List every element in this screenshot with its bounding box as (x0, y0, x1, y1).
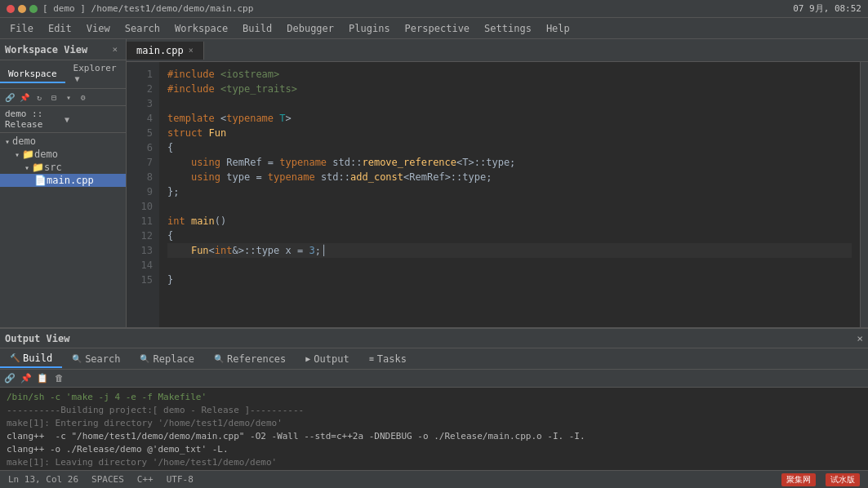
editor-tabs: main.cpp × (127, 39, 868, 62)
output-line-3: make[1]: Entering directory '/home/test1… (7, 417, 861, 430)
expand-icon: ▾ (15, 150, 20, 159)
output-close-button[interactable]: × (857, 332, 863, 344)
workspace-view-header: Workspace View × (0, 39, 126, 60)
cursor-position: Ln 13, Col 26 (8, 474, 78, 485)
tree-item-demo-root[interactable]: ▾ demo (0, 135, 126, 148)
project-name: demo :: Release (5, 109, 61, 130)
ws-tool-filter[interactable]: ▾ (62, 91, 75, 104)
workspace-view-close[interactable]: × (109, 42, 121, 56)
out-tab-references[interactable]: 🔍 References (204, 351, 296, 367)
expand-icon: ▾ (24, 163, 29, 172)
workspace-tabs: Workspace Explorer ▼ (0, 60, 126, 89)
tree-item-label: src (44, 162, 62, 173)
out-tab-output[interactable]: ▶ Output (296, 351, 358, 367)
file-icon: 📄 (34, 175, 47, 186)
title-bar: [ demo ] /home/test1/demo/demo/main.cpp … (0, 0, 868, 18)
tab-explorer[interactable]: Explorer ▼ (65, 60, 126, 88)
out-tool-copy[interactable]: 📋 (36, 372, 49, 385)
out-tab-search[interactable]: 🔍 Search (62, 351, 130, 367)
menu-bar: File Edit View Search Workspace Build De… (0, 18, 868, 39)
line-numbers: 12345 678910 1112131415 (127, 62, 159, 327)
out-tool-clear[interactable]: 🗑 (52, 372, 65, 385)
out-tab-build[interactable]: 🔨 Build (0, 350, 62, 368)
menu-view[interactable]: View (80, 21, 117, 36)
ws-tool-collapse[interactable]: ⊟ (47, 91, 60, 104)
bottom-panel: Output View × 🔨 Build 🔍 Search 🔍 Replace… (0, 327, 868, 470)
tree-item-demo-folder[interactable]: ▾ 📁 demo (0, 148, 126, 161)
status-right: 聚集网 试水版 (781, 473, 860, 486)
project-dropdown-arrow: ▼ (65, 115, 121, 124)
output-line-6: make[1]: Leaving directory '/home/test1/… (7, 456, 861, 469)
out-tab-tasks[interactable]: ≡ Tasks (359, 351, 416, 367)
left-panel: Workspace View × Workspace Explorer ▼ 🔗 … (0, 39, 127, 327)
watermark1: 聚集网 (781, 473, 816, 486)
tasks-icon: ≡ (369, 354, 374, 363)
ws-tool-settings[interactable]: ⚙ (77, 91, 90, 104)
output-content: /bin/sh -c 'make -j 4 -e -f Makefile' --… (0, 388, 868, 470)
code-editor[interactable]: 12345 678910 1112131415 #include <iostre… (127, 62, 868, 327)
menu-search[interactable]: Search (118, 21, 167, 36)
output-header: Output View × (0, 329, 868, 348)
workspace-view-title: Workspace View (5, 44, 87, 55)
out-tab-replace[interactable]: 🔍 Replace (130, 351, 204, 367)
tree-item-label: demo (12, 135, 36, 147)
status-bar: Ln 13, Col 26 SPACES C++ UTF-8 聚集网 试水版 (0, 470, 868, 488)
maximize-dot[interactable] (29, 5, 38, 13)
out-tab-tasks-label: Tasks (377, 353, 407, 365)
editor-tab-label: main.cpp (136, 45, 184, 56)
title-bar-time: 07 9月, 08:52 (793, 2, 861, 15)
status-left: Ln 13, Col 26 SPACES C++ UTF-8 (8, 474, 194, 485)
menu-perspective[interactable]: Perspective (398, 21, 476, 36)
file-tree: ▾ demo ▾ 📁 demo ▾ 📁 src 📄 main.cpp (0, 133, 126, 327)
right-scrollbar[interactable] (860, 62, 868, 327)
window-controls[interactable] (7, 5, 38, 13)
menu-help[interactable]: Help (540, 21, 576, 36)
menu-settings[interactable]: Settings (478, 21, 538, 36)
title-bar-text: [ demo ] /home/test1/demo/demo/main.cpp (42, 3, 253, 14)
replace-icon: 🔍 (140, 354, 149, 363)
ws-toolbar: 🔗 📌 ↻ ⊟ ▾ ⚙ (0, 89, 126, 106)
output-line-5: clang++ -o ./Release/demo @'demo_txt' -L… (7, 443, 861, 456)
project-selector[interactable]: demo :: Release ▼ (0, 106, 126, 133)
expand-icon: ▾ (5, 137, 10, 146)
menu-debugger[interactable]: Debugger (280, 21, 341, 36)
tree-item-label: main.cpp (47, 175, 94, 186)
folder-icon: 📁 (22, 149, 34, 160)
out-tab-replace-label: Replace (153, 353, 194, 365)
output-line-2: ----------Building project:[ demo - Rele… (7, 404, 861, 417)
editor-area: main.cpp × 12345 678910 1112131415 #incl… (127, 39, 868, 327)
out-tab-build-label: Build (23, 353, 52, 364)
out-tool-link[interactable]: 🔗 (3, 372, 16, 385)
out-tab-references-label: References (227, 353, 286, 365)
tree-item-main-cpp[interactable]: 📄 main.cpp (0, 174, 126, 187)
minimize-dot[interactable] (18, 5, 26, 13)
editor-tab-close[interactable]: × (189, 46, 194, 55)
output-icon: ▶ (305, 354, 310, 363)
menu-build[interactable]: Build (236, 21, 278, 36)
out-tool-pin[interactable]: 📌 (20, 372, 33, 385)
out-tab-output-label: Output (314, 353, 349, 365)
watermark2: 试水版 (826, 473, 860, 486)
encoding: UTF-8 (167, 474, 194, 485)
output-line-4: clang++ -c "/home/test1/demo/demo/main.c… (7, 430, 861, 443)
cpp-version: C++ (137, 474, 154, 485)
menu-workspace[interactable]: Workspace (168, 21, 234, 36)
close-dot[interactable] (7, 5, 15, 13)
menu-edit[interactable]: Edit (42, 21, 78, 36)
ws-tool-link[interactable]: 🔗 (3, 91, 16, 104)
editor-tab-main-cpp[interactable]: main.cpp × (127, 42, 204, 60)
code-content[interactable]: #include <iostream> #include <type_trait… (159, 62, 860, 327)
tab-workspace[interactable]: Workspace (0, 66, 65, 83)
search-icon: 🔍 (72, 354, 82, 363)
output-view-title: Output View (5, 333, 69, 344)
menu-plugins[interactable]: Plugins (342, 21, 397, 36)
ws-tool-refresh[interactable]: ↻ (33, 91, 46, 104)
build-icon: 🔨 (10, 353, 20, 362)
title-bar-left: [ demo ] /home/test1/demo/demo/main.cpp (7, 3, 253, 14)
output-tabs: 🔨 Build 🔍 Search 🔍 Replace 🔍 References … (0, 348, 868, 370)
output-line-1: /bin/sh -c 'make -j 4 -e -f Makefile' (7, 391, 861, 404)
menu-file[interactable]: File (3, 21, 40, 36)
ws-tool-pin[interactable]: 📌 (18, 91, 31, 104)
spaces-label: SPACES (91, 474, 124, 485)
tree-item-src-folder[interactable]: ▾ 📁 src (0, 161, 126, 174)
